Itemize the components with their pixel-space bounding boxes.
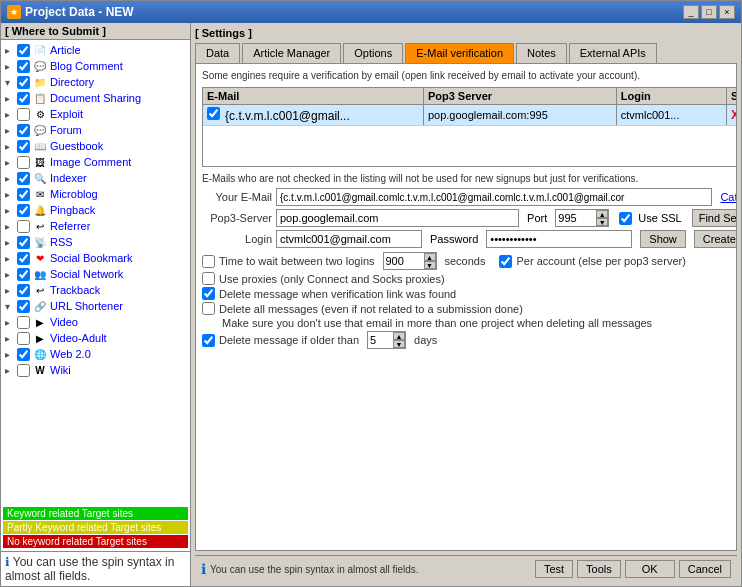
tree-item-video[interactable]: ▸ ▶ Video bbox=[3, 314, 188, 330]
port-up-button[interactable]: ▲ bbox=[596, 210, 608, 218]
icon-video-adult: ▶ bbox=[32, 331, 48, 345]
tab-notes[interactable]: Notes bbox=[516, 43, 567, 63]
icon-trackback: ↩ bbox=[32, 283, 48, 297]
icon-forum: 💬 bbox=[32, 123, 48, 137]
days-input[interactable] bbox=[368, 332, 393, 348]
label-trackback: Trackback bbox=[50, 284, 100, 296]
wait-up[interactable]: ▲ bbox=[424, 253, 436, 261]
checkbox-directory[interactable] bbox=[17, 76, 30, 89]
tab-data[interactable]: Data bbox=[195, 43, 240, 63]
maximize-button[interactable]: □ bbox=[701, 5, 717, 19]
tree-item-video-adult[interactable]: ▸ ▶ Video-Adult bbox=[3, 330, 188, 346]
left-panel-header: [ Where to Submit ] bbox=[1, 23, 190, 40]
your-email-input[interactable] bbox=[276, 188, 712, 206]
ok-button[interactable]: OK bbox=[625, 560, 675, 578]
port-down-button[interactable]: ▼ bbox=[596, 218, 608, 226]
checkbox-video-adult[interactable] bbox=[17, 332, 30, 345]
per-account-checkbox[interactable] bbox=[499, 255, 512, 268]
checkbox-blog-comment[interactable] bbox=[17, 60, 30, 73]
tree-item-exploit[interactable]: ▸ ⚙ Exploit bbox=[3, 106, 188, 122]
tree-item-web20[interactable]: ▸ 🌐 Web 2.0 bbox=[3, 346, 188, 362]
checkbox-trackback[interactable] bbox=[17, 284, 30, 297]
tree-item-microblog[interactable]: ▸ ✉ Microblog bbox=[3, 186, 188, 202]
tree-item-pingback[interactable]: ▸ 🔔 Pingback bbox=[3, 202, 188, 218]
checkbox-pingback[interactable] bbox=[17, 204, 30, 217]
tree-item-image-comment[interactable]: ▸ 🖼 Image Comment bbox=[3, 154, 188, 170]
tab-article-manager[interactable]: Article Manager bbox=[242, 43, 341, 63]
checkbox-article[interactable] bbox=[17, 44, 30, 57]
days-down[interactable]: ▼ bbox=[393, 340, 405, 348]
expander-blog: ▸ bbox=[5, 61, 17, 72]
checkbox-microblog[interactable] bbox=[17, 188, 30, 201]
tree-item-url-shortener[interactable]: ▾ 🔗 URL Shortener bbox=[3, 298, 188, 314]
tab-email-verification[interactable]: E-Mail verification bbox=[405, 43, 514, 63]
delete-all-checkbox[interactable] bbox=[202, 302, 215, 315]
tree-item-trackback[interactable]: ▸ ↩ Trackback bbox=[3, 282, 188, 298]
close-button[interactable]: × bbox=[719, 5, 735, 19]
find-settings-button[interactable]: Find Settings bbox=[692, 209, 737, 227]
checkbox-image-comment[interactable] bbox=[17, 156, 30, 169]
wait-checkbox[interactable] bbox=[202, 255, 215, 268]
info-icon-bottom: ℹ bbox=[201, 561, 206, 577]
tree-item-social-bookmark[interactable]: ▸ ❤ Social Bookmark bbox=[3, 250, 188, 266]
checkbox-url-shortener[interactable] bbox=[17, 300, 30, 313]
tree-item-blog-comment[interactable]: ▸ 💬 Blog Comment bbox=[3, 58, 188, 74]
tab-external-apis[interactable]: External APIs bbox=[569, 43, 657, 63]
tree-item-directory[interactable]: ▾ 📁 Directory bbox=[3, 74, 188, 90]
table-row[interactable]: {c.t.v.m.l.c001@gmail... pop.googlemail.… bbox=[203, 105, 737, 126]
checkbox-video[interactable] bbox=[17, 316, 30, 329]
label-blog-comment: Blog Comment bbox=[50, 60, 123, 72]
email-table-container[interactable]: E-Mail Pop3 Server Login SSL bbox=[202, 87, 737, 167]
row-checkbox[interactable] bbox=[207, 107, 220, 120]
checkbox-referrer[interactable] bbox=[17, 220, 30, 233]
tree-item-wiki[interactable]: ▸ W Wiki bbox=[3, 362, 188, 378]
settings-label: [ Settings ] bbox=[195, 27, 737, 39]
port-input[interactable] bbox=[556, 210, 596, 226]
label-forum: Forum bbox=[50, 124, 82, 136]
checkbox-guestbook[interactable] bbox=[17, 140, 30, 153]
tree-item-forum[interactable]: ▸ 💬 Forum bbox=[3, 122, 188, 138]
use-proxies-checkbox[interactable] bbox=[202, 272, 215, 285]
tree-item-indexer[interactable]: ▸ 🔍 Indexer bbox=[3, 170, 188, 186]
cancel-button[interactable]: Cancel bbox=[679, 560, 731, 578]
checkbox-exploit[interactable] bbox=[17, 108, 30, 121]
use-ssl-checkbox[interactable] bbox=[619, 212, 632, 225]
days-spinner[interactable]: ▲ ▼ bbox=[367, 331, 406, 349]
wait-input[interactable] bbox=[384, 253, 424, 269]
checkbox-document-sharing[interactable] bbox=[17, 92, 30, 105]
checkbox-social-network[interactable] bbox=[17, 268, 30, 281]
checkbox-rss[interactable] bbox=[17, 236, 30, 249]
tree-item-referrer[interactable]: ▸ ↩ Referrer bbox=[3, 218, 188, 234]
checkbox-indexer[interactable] bbox=[17, 172, 30, 185]
wait-spinner[interactable]: ▲ ▼ bbox=[383, 252, 437, 270]
tree-item-document-sharing[interactable]: ▸ 📋 Document Sharing bbox=[3, 90, 188, 106]
tools-button[interactable]: Tools bbox=[577, 560, 621, 578]
show-password-button[interactable]: Show bbox=[640, 230, 686, 248]
delete-verified-checkbox[interactable] bbox=[202, 287, 215, 300]
catch-all-button[interactable]: Catch All? bbox=[720, 191, 737, 203]
tree-area[interactable]: ▸ 📄 Article ▸ 💬 Blog Comment ▾ 📁 Directo… bbox=[1, 40, 190, 505]
checkbox-forum[interactable] bbox=[17, 124, 30, 137]
wait-down[interactable]: ▼ bbox=[424, 261, 436, 269]
checkbox-wiki[interactable] bbox=[17, 364, 30, 377]
delete-all-label: Delete all messages (even if not related… bbox=[219, 303, 523, 315]
tree-item-guestbook[interactable]: ▸ 📖 Guestbook bbox=[3, 138, 188, 154]
checkbox-web20[interactable] bbox=[17, 348, 30, 361]
pop3-input[interactable] bbox=[276, 209, 519, 227]
tab-options[interactable]: Options bbox=[343, 43, 403, 63]
expander-wiki: ▸ bbox=[5, 365, 17, 376]
checkbox-social-bookmark[interactable] bbox=[17, 252, 30, 265]
bottom-buttons: Test Tools OK Cancel bbox=[535, 560, 731, 578]
days-up[interactable]: ▲ bbox=[393, 332, 405, 340]
tree-item-article[interactable]: ▸ 📄 Article bbox=[3, 42, 188, 58]
minimize-button[interactable]: _ bbox=[683, 5, 699, 19]
port-spinner[interactable]: ▲ ▼ bbox=[555, 209, 609, 227]
create-new-button[interactable]: Create New bbox=[694, 230, 737, 248]
password-input[interactable] bbox=[486, 230, 632, 248]
login-input[interactable] bbox=[276, 230, 422, 248]
tree-item-social-network[interactable]: ▸ 👥 Social Network bbox=[3, 266, 188, 282]
test-button[interactable]: Test bbox=[535, 560, 573, 578]
expander-url: ▾ bbox=[5, 301, 17, 312]
delete-older-checkbox[interactable] bbox=[202, 334, 215, 347]
tree-item-rss[interactable]: ▸ 📡 RSS bbox=[3, 234, 188, 250]
